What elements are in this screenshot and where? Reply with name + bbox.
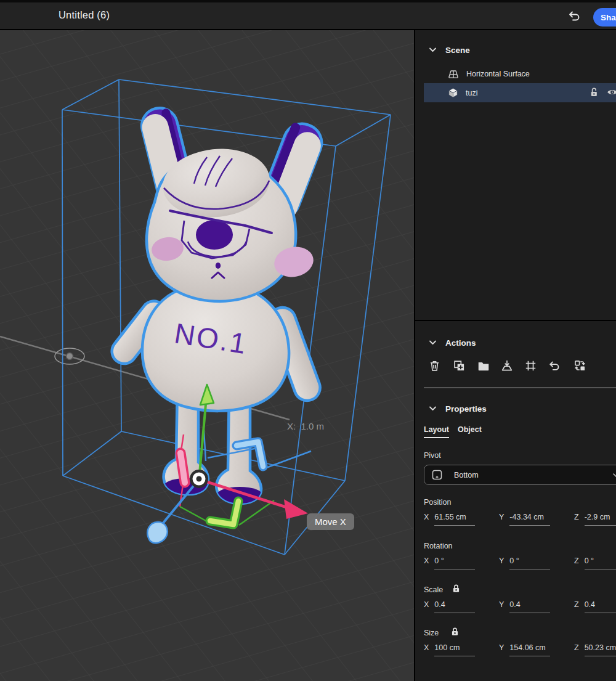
- pivot-value: Bottom: [454, 471, 479, 479]
- rotation-z-field[interactable]: Z 0 °: [574, 557, 616, 569]
- size-y-field[interactable]: Y 154.06 cm: [499, 643, 550, 656]
- scene-section-header[interactable]: Scene: [429, 42, 470, 58]
- scale-y-input[interactable]: 0.4: [509, 600, 550, 613]
- tab-layout[interactable]: Layout: [424, 425, 449, 438]
- chevron-down-icon: [429, 47, 436, 52]
- trash-icon: [429, 360, 440, 373]
- nose: [216, 263, 221, 269]
- position-x-input[interactable]: 61.55 cm: [434, 513, 475, 526]
- actions-section-title: Actions: [445, 338, 476, 348]
- lock-icon: [450, 627, 460, 639]
- rotation-y-input[interactable]: 0 °: [509, 557, 550, 569]
- rotation-x-field[interactable]: X 0 °: [424, 557, 475, 569]
- delete-action-button[interactable]: [427, 359, 442, 374]
- actions-section-header[interactable]: Actions: [429, 335, 476, 351]
- scene-3d: NO.1: [0, 30, 414, 681]
- gizmo-origin[interactable]: [190, 470, 208, 488]
- chevron-down-icon: [429, 406, 436, 411]
- axis-distance-readout: X: 1.0 m: [287, 421, 324, 431]
- position-x-field[interactable]: X 61.55 cm: [424, 513, 475, 526]
- scale-z-input[interactable]: 0.4: [585, 600, 616, 613]
- scene-item-label: tuzi: [466, 89, 477, 97]
- horizontal-surface-icon: [448, 70, 459, 78]
- folder-icon: [477, 361, 490, 373]
- reset-icon: [548, 361, 560, 373]
- plane-xy-handle[interactable]: [180, 453, 185, 483]
- scene-item-label: Horizontal Surface: [466, 70, 530, 78]
- size-y-input[interactable]: 154.06 cm: [509, 643, 550, 656]
- import-action-button[interactable]: [500, 359, 514, 374]
- panel-divider: [415, 320, 616, 321]
- eye-iris: [196, 220, 233, 250]
- scale-label: Scale: [424, 585, 443, 594]
- size-fields: X 100 cm Y 154.06 cm Z 50.23 cm: [415, 643, 616, 658]
- move-x-tooltip: Move X: [307, 513, 354, 530]
- position-z-field[interactable]: Z -2.9 cm: [574, 513, 616, 526]
- document-title: Untitled (6): [59, 9, 110, 21]
- position-y-input[interactable]: -43.34 cm: [509, 513, 550, 526]
- cube-icon: [448, 88, 458, 98]
- pivot-dropdown[interactable]: Bottom: [424, 465, 616, 485]
- replace-action-button[interactable]: [572, 359, 587, 374]
- size-x-input[interactable]: 100 cm: [434, 643, 475, 656]
- eye-icon: [607, 88, 616, 98]
- unlock-icon: [589, 87, 599, 99]
- rotation-y-field[interactable]: Y 0 °: [499, 557, 550, 569]
- properties-section-title: Properties: [445, 404, 487, 414]
- size-label: Size: [424, 629, 439, 637]
- pivot-label: Pivot: [424, 451, 441, 460]
- scale-x-input[interactable]: 0.4: [434, 600, 475, 613]
- position-label: Position: [424, 498, 451, 507]
- undo-icon: [567, 10, 582, 25]
- position-fields: X 61.55 cm Y -43.34 cm Z -2.9 cm: [415, 513, 616, 528]
- duplicate-icon: [453, 360, 465, 373]
- pivot-bottom-icon: [431, 469, 443, 481]
- scale-fields: X 0.4 Y 0.4 Z 0.4: [415, 600, 616, 615]
- scale-y-field[interactable]: Y 0.4: [499, 600, 550, 613]
- visibility-toggle-button[interactable]: [607, 88, 616, 98]
- group-action-button[interactable]: [476, 359, 491, 374]
- rotation-label: Rotation: [424, 542, 453, 550]
- rotation-x-input[interactable]: 0 °: [434, 557, 475, 569]
- chevron-down-icon: [613, 473, 616, 478]
- rotation-z-input[interactable]: 0 °: [585, 557, 616, 569]
- position-z-input[interactable]: -2.9 cm: [585, 513, 616, 526]
- frame-action-button[interactable]: [523, 359, 538, 374]
- lock-icon: [452, 584, 461, 596]
- scene-item-tuzi[interactable]: tuzi: [424, 83, 616, 102]
- scale-x-field[interactable]: X 0.4: [424, 600, 475, 613]
- size-x-field[interactable]: X 100 cm: [424, 643, 475, 656]
- size-z-field[interactable]: Z 50.23 cm: [574, 643, 616, 656]
- top-bar: Untitled (6) Share: [0, 0, 616, 30]
- app-window: Untitled (6) Share: [0, 0, 616, 681]
- properties-section-header[interactable]: Properties: [429, 401, 487, 417]
- side-panel: Scene Horizontal Surface tuzi: [414, 30, 616, 681]
- scale-lock-button[interactable]: [452, 584, 461, 596]
- tab-object[interactable]: Object: [458, 425, 482, 438]
- lock-toggle-button[interactable]: [589, 87, 599, 99]
- properties-tabs: Layout Object: [424, 425, 482, 438]
- duplicate-action-button[interactable]: [452, 359, 466, 374]
- rotation-fields: X 0 ° Y 0 ° Z 0 °: [415, 557, 616, 571]
- share-button[interactable]: Share: [593, 8, 616, 27]
- position-y-field[interactable]: Y -43.34 cm: [499, 513, 550, 526]
- chevron-down-icon: [429, 340, 436, 345]
- reset-action-button[interactable]: [546, 359, 561, 374]
- replace-icon: [574, 360, 586, 373]
- import-icon: [501, 360, 513, 373]
- size-lock-button[interactable]: [450, 627, 460, 639]
- viewport-canvas[interactable]: NO.1: [0, 30, 414, 681]
- size-z-input[interactable]: 50.23 cm: [585, 643, 616, 656]
- frame-icon: [525, 360, 537, 373]
- scene-section-title: Scene: [445, 46, 470, 55]
- scale-z-field[interactable]: Z 0.4: [574, 600, 616, 613]
- scene-item-horizontal-surface[interactable]: Horizontal Surface: [424, 66, 616, 82]
- undo-button[interactable]: [564, 7, 584, 27]
- section-divider: [424, 387, 616, 388]
